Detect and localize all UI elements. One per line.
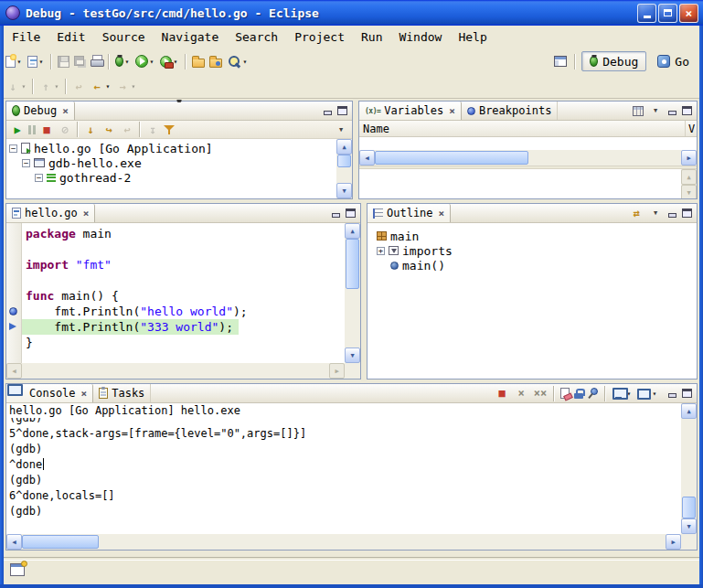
scroll-left-button[interactable]: ◀: [359, 150, 375, 166]
terminate-button[interactable]: ■: [493, 385, 511, 402]
variables-detail-pane[interactable]: ▲ ▼: [359, 169, 697, 198]
code-line[interactable]: import "fmt": [22, 257, 345, 273]
scrollbar-track[interactable]: [22, 534, 666, 550]
variables-tab[interactable]: (x)= Variables ×: [359, 102, 462, 120]
clear-console-button[interactable]: [559, 385, 571, 402]
code-line[interactable]: [22, 273, 345, 288]
remove-launch-button[interactable]: ×: [512, 385, 530, 402]
code-line[interactable]: func main() {: [22, 288, 345, 304]
scrollbar-thumb[interactable]: [337, 155, 351, 167]
print-button[interactable]: [89, 50, 104, 72]
debug-tree-item[interactable]: −hello.go [Go Application]: [6, 141, 336, 155]
minimize-view-button[interactable]: [321, 105, 335, 117]
scrollbar-thumb[interactable]: [375, 151, 528, 165]
outline-item[interactable]: +imports: [377, 243, 697, 258]
scrollbar-track[interactable]: [336, 155, 352, 183]
variables-scrollbar-horizontal[interactable]: ◀ ▶: [359, 150, 697, 166]
console-scrollbar-vertical[interactable]: ▲ ▼: [681, 403, 697, 534]
display-selected-console-button[interactable]: ▾: [610, 385, 634, 402]
variables-menu-button[interactable]: ▼: [646, 102, 665, 120]
maximize-view-button[interactable]: [680, 388, 694, 400]
console-scrollbar-horizontal[interactable]: ◀ ▶: [6, 534, 681, 550]
minimize-view-button[interactable]: [666, 208, 679, 219]
variables-column-header[interactable]: Name V: [359, 121, 697, 137]
resume-button[interactable]: ▶: [8, 121, 27, 138]
editor-scrollbar-horizontal[interactable]: ◀ ▶: [6, 363, 345, 379]
editor-tab[interactable]: hello.go ×: [6, 204, 95, 222]
external-tools-button[interactable]: ▾: [158, 50, 181, 72]
column-name[interactable]: Name: [359, 121, 686, 136]
tree-expander-icon[interactable]: −: [35, 174, 43, 182]
maximize-view-button[interactable]: [680, 105, 694, 117]
menu-run[interactable]: Run: [353, 28, 390, 46]
scroll-up-button[interactable]: ▲: [345, 223, 360, 239]
menu-project[interactable]: Project: [286, 28, 353, 46]
gutter-row[interactable]: [6, 241, 21, 257]
search-button[interactable]: ▾: [225, 50, 250, 72]
outline-item[interactable]: main(): [377, 258, 697, 273]
open-console-button[interactable]: ▾: [635, 385, 660, 402]
menu-window[interactable]: Window: [390, 28, 450, 46]
new-button[interactable]: ▾: [4, 50, 25, 72]
gutter-row[interactable]: [6, 304, 21, 319]
console-output[interactable]: (gdb)5^done,stack-args=[frame={level="0"…: [6, 418, 681, 534]
scroll-right-button[interactable]: ▶: [681, 150, 697, 166]
tree-expander-icon[interactable]: −: [22, 159, 30, 167]
perspective-go-button[interactable]: Go: [649, 51, 698, 71]
open-folder-button[interactable]: [190, 50, 207, 72]
tree-expander-icon[interactable]: −: [9, 144, 17, 153]
minimize-view-button[interactable]: [666, 388, 679, 400]
gutter-row[interactable]: [6, 288, 21, 304]
outline-tab[interactable]: Outline ×: [367, 204, 451, 222]
scroll-up-button[interactable]: ▲: [681, 403, 697, 419]
breakpoint-icon[interactable]: [9, 307, 17, 315]
titlebar[interactable]: Debug - testGo/src/cmd/hello.go - Eclips…: [0, 0, 703, 26]
debug-tree-item[interactable]: −gothread-2: [6, 170, 336, 185]
scrollbar-thumb[interactable]: [346, 239, 359, 289]
minimize-view-button[interactable]: [329, 208, 343, 219]
outline-item[interactable]: main: [377, 229, 697, 243]
menu-edit[interactable]: Edit: [48, 28, 93, 46]
fast-view-icon[interactable]: [10, 563, 25, 576]
debug-view-tab[interactable]: Debug ×: [6, 102, 75, 120]
code-line[interactable]: package main: [22, 226, 345, 241]
code-area[interactable]: package mainimport "fmt"func main() { fm…: [22, 223, 345, 363]
close-view-icon[interactable]: ×: [81, 388, 88, 400]
close-view-icon[interactable]: ×: [449, 105, 455, 117]
detail-scrollbar-vertical[interactable]: ▲ ▼: [681, 169, 697, 198]
minimize-view-button[interactable]: [666, 105, 679, 117]
maximize-view-button[interactable]: [344, 208, 357, 219]
tasks-tab[interactable]: Tasks: [93, 384, 151, 402]
maximize-button[interactable]: [658, 4, 677, 23]
gutter-row[interactable]: [6, 319, 21, 335]
maximize-view-button[interactable]: [680, 208, 694, 219]
perspective-debug-button[interactable]: Debug: [581, 51, 646, 71]
pin-console-button[interactable]: [586, 385, 601, 402]
editor-scrollbar-vertical[interactable]: ▲ ▼: [345, 223, 360, 363]
menu-file[interactable]: File: [4, 28, 48, 46]
scrollbar-track[interactable]: [681, 419, 697, 519]
menu-source[interactable]: Source: [94, 28, 154, 46]
menu-help[interactable]: Help: [450, 28, 495, 46]
scroll-down-button[interactable]: ▼: [681, 519, 697, 534]
debug-scrollbar-vertical[interactable]: ▲ ▼: [336, 139, 352, 198]
outline-menu-button[interactable]: ▼: [646, 205, 665, 222]
close-view-icon[interactable]: ×: [62, 105, 69, 117]
scrollbar-thumb[interactable]: [22, 535, 99, 549]
breakpoints-tab[interactable]: Breakpoints: [462, 102, 558, 120]
scrollbar-track[interactable]: [345, 239, 360, 347]
scroll-right-button[interactable]: ▶: [666, 534, 681, 550]
menu-search[interactable]: Search: [227, 28, 286, 46]
scroll-up-button[interactable]: ▲: [336, 139, 352, 155]
gutter-row[interactable]: [6, 257, 21, 273]
gutter-row[interactable]: [6, 273, 21, 288]
gutter-row[interactable]: [6, 335, 21, 350]
run-button[interactable]: ▾: [133, 50, 157, 72]
view-menu-button[interactable]: ▼: [332, 121, 350, 138]
close-button[interactable]: ×: [679, 4, 698, 23]
minimize-button[interactable]: [637, 4, 656, 23]
code-line[interactable]: fmt.Println("hello world");: [22, 304, 345, 319]
new-go-element-button[interactable]: ▾: [26, 50, 47, 72]
terminate-button[interactable]: ■: [37, 121, 56, 138]
link-with-editor-button[interactable]: ⇄: [627, 205, 645, 222]
